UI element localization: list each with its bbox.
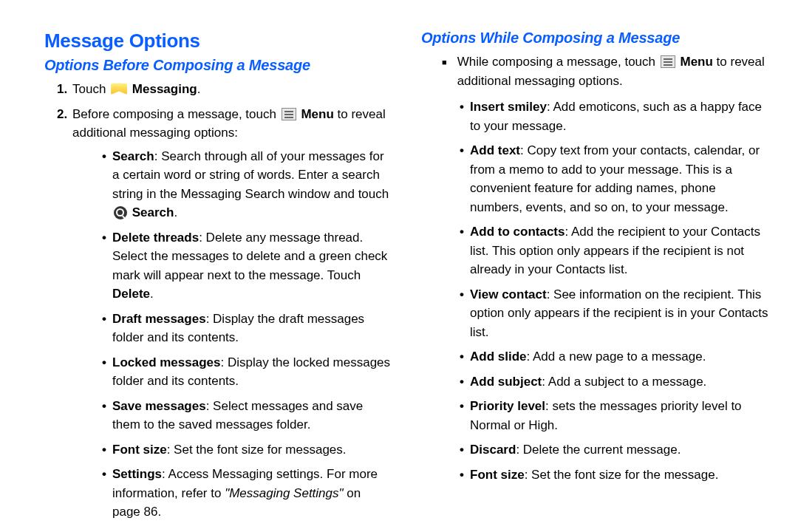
search-icon bbox=[114, 206, 127, 219]
options-list-while: Insert smiley: Add emoticons, such as a … bbox=[421, 98, 768, 484]
option-settings: Settings: Access Messaging settings. For… bbox=[102, 465, 392, 522]
option-view-contact: View contact: See information on the rec… bbox=[460, 285, 768, 342]
option-priority-level: Priority level: sets the messages priori… bbox=[460, 397, 768, 434]
left-column: Message Options Options Before Composing… bbox=[44, 30, 414, 525]
step-1: Touch Messaging. bbox=[71, 80, 392, 99]
page-title: Message Options bbox=[44, 30, 392, 52]
option-font-size-2: Font size: Set the font size for the mes… bbox=[460, 466, 768, 485]
steps-list: Touch Messaging. Before composing a mess… bbox=[44, 80, 392, 522]
manual-page: Message Options Options Before Composing… bbox=[0, 0, 798, 532]
option-draft-messages: Draft messages: Display the draft messag… bbox=[102, 310, 392, 347]
section-heading-before: Options Before Composing a Message bbox=[44, 57, 392, 74]
option-discard: Discard: Delete the current message. bbox=[460, 440, 768, 460]
option-delete-threads: Delete threads: Delete any message threa… bbox=[102, 228, 392, 304]
option-locked-messages: Locked messages: Display the locked mess… bbox=[102, 353, 392, 391]
messaging-icon bbox=[111, 83, 127, 95]
option-add-subject: Add subject: Add a subject to a message. bbox=[460, 372, 768, 392]
options-list-before: Search: Search through all of your messa… bbox=[72, 147, 392, 522]
menu-icon bbox=[282, 108, 296, 120]
option-add-text: Add text: Copy text from your contacts, … bbox=[460, 141, 768, 216]
option-add-to-contacts: Add to contacts: Add the recipient to yo… bbox=[460, 222, 768, 279]
option-insert-smiley: Insert smiley: Add emoticons, such as a … bbox=[460, 98, 768, 135]
option-search: Search: Search through all of your messa… bbox=[102, 147, 392, 222]
intro-bullet: While composing a message, touch Menu to… bbox=[421, 52, 768, 90]
option-add-slide: Add slide: Add a new page to a message. bbox=[460, 347, 768, 366]
option-save-messages: Save messages: Select messages and save … bbox=[102, 397, 392, 434]
section-heading-while: Options While Composing a Message bbox=[421, 30, 768, 47]
menu-icon bbox=[661, 55, 675, 68]
option-font-size: Font size: Set the font size for message… bbox=[102, 440, 392, 460]
step-2: Before composing a message, touch Menu t… bbox=[71, 105, 392, 522]
right-column: Options While Composing a Message While … bbox=[414, 30, 768, 525]
